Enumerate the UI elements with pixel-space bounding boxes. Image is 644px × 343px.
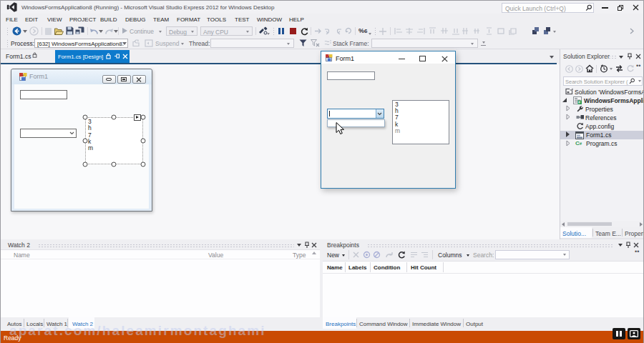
svg-text:#: # bbox=[578, 101, 580, 104]
